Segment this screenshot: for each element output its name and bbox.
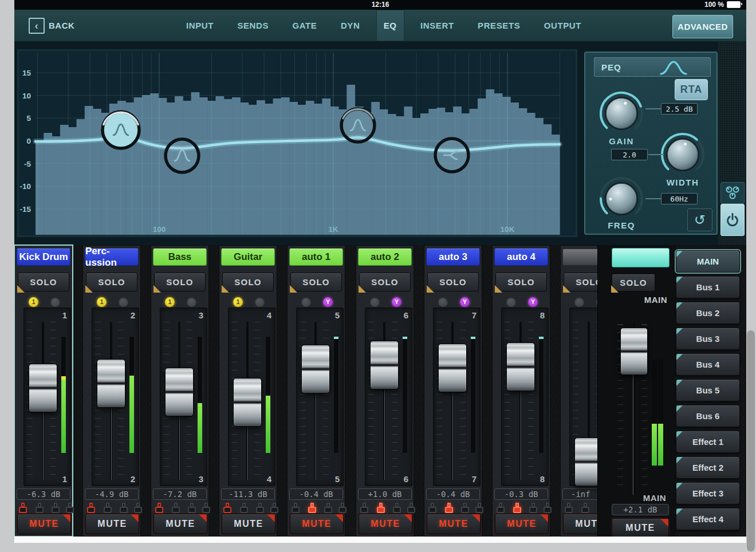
- bus-assign-indicator[interactable]: [240, 503, 248, 513]
- bus-assign-indicator[interactable]: [36, 503, 44, 513]
- main-solo-button[interactable]: SOLO: [612, 274, 655, 291]
- bus-button-bus-3[interactable]: Bus 3: [676, 328, 740, 350]
- solo-button[interactable]: SOLO: [154, 273, 206, 291]
- solo-button[interactable]: SOLO: [564, 273, 597, 291]
- eq-band-node-1[interactable]: [103, 112, 139, 148]
- width-value[interactable]: 2.0: [611, 149, 648, 160]
- bus-assign-indicator[interactable]: [461, 503, 469, 513]
- bus-assign-indicator[interactable]: [87, 503, 95, 513]
- eq-enable-button[interactable]: [720, 204, 745, 236]
- bus-assign-indicator[interactable]: [565, 503, 573, 513]
- main-mute-button[interactable]: MUTE: [612, 518, 669, 537]
- solo-button[interactable]: SOLO: [86, 273, 137, 291]
- fader-handle[interactable]: [97, 359, 125, 408]
- width-knob[interactable]: [659, 131, 707, 179]
- bus-assign-indicator[interactable]: [581, 503, 589, 513]
- bus-assign-indicator[interactable]: [66, 503, 74, 513]
- mute-button[interactable]: MUTE: [153, 514, 207, 534]
- channel-name-label[interactable]: Kick Drum: [17, 249, 70, 266]
- bus-assign-indicator[interactable]: [292, 503, 300, 513]
- mute-button[interactable]: MUTE: [290, 514, 344, 534]
- solo-button[interactable]: SOLO: [222, 273, 274, 291]
- bus-assign-indicator[interactable]: [377, 503, 385, 513]
- bus-assign-indicator[interactable]: [428, 503, 436, 513]
- bus-button-bus-4[interactable]: Bus 4: [676, 353, 740, 376]
- channel-name-label[interactable]: auto 2: [358, 249, 412, 266]
- fader-handle[interactable]: [370, 341, 399, 389]
- mute-button[interactable]: MUTE: [17, 514, 71, 534]
- bus-assign-indicator[interactable]: [324, 503, 332, 513]
- channel-name-label[interactable]: auto 4: [494, 249, 548, 266]
- bus-assign-indicator[interactable]: [393, 503, 401, 513]
- fader-handle[interactable]: [438, 344, 467, 392]
- bus-button-bus-1[interactable]: Bus 1: [676, 276, 740, 298]
- tab-sends[interactable]: SENDS: [230, 10, 276, 41]
- mute-button[interactable]: MUTE: [222, 514, 275, 534]
- bus-assign-indicator[interactable]: [445, 503, 453, 513]
- channel-name-label[interactable]: Perc- ussion: [85, 249, 139, 266]
- bus-assign-indicator[interactable]: [544, 503, 552, 513]
- eq-band-node-4[interactable]: [435, 139, 468, 172]
- bus-button-main[interactable]: MAIN: [676, 250, 740, 273]
- mute-button[interactable]: MUTE: [427, 514, 481, 534]
- rta-button[interactable]: RTA: [675, 79, 708, 100]
- band-reset-button[interactable]: ↺: [687, 208, 712, 231]
- bus-assign-indicator[interactable]: [513, 503, 521, 513]
- fader-handle[interactable]: [165, 368, 194, 416]
- solo-button[interactable]: SOLO: [290, 273, 342, 291]
- mute-button[interactable]: MUTE: [85, 514, 139, 534]
- bus-assign-indicator[interactable]: [202, 503, 210, 513]
- bus-assign-indicator[interactable]: [270, 503, 278, 513]
- fader-handle[interactable]: [29, 364, 57, 412]
- bus-assign-indicator[interactable]: [338, 503, 346, 513]
- gain-knob[interactable]: [597, 89, 645, 137]
- mute-button[interactable]: MUTE: [563, 514, 597, 534]
- solo-button[interactable]: SOLO: [495, 273, 547, 291]
- bus-button-effect-3[interactable]: Effect 3: [676, 482, 740, 504]
- tab-insert[interactable]: INSERT: [413, 10, 462, 41]
- bus-assign-indicator[interactable]: [475, 503, 483, 513]
- channel-name-label[interactable]: Bass: [153, 249, 207, 266]
- channel-name-label[interactable]: [562, 249, 597, 266]
- gain-value[interactable]: 2.5 dB: [661, 103, 698, 115]
- tab-gate[interactable]: GATE: [285, 10, 325, 41]
- bus-button-effect-1[interactable]: Effect 1: [676, 431, 740, 453]
- bus-assign-indicator[interactable]: [155, 503, 163, 513]
- mute-button[interactable]: MUTE: [495, 514, 549, 534]
- bus-assign-indicator[interactable]: [497, 503, 505, 513]
- bus-assign-indicator[interactable]: [188, 503, 196, 513]
- freq-value[interactable]: 60Hz: [661, 193, 698, 204]
- bus-button-bus-5[interactable]: Bus 5: [676, 379, 740, 401]
- bus-assign-indicator[interactable]: [134, 503, 142, 513]
- eq-band-node-2[interactable]: [166, 139, 199, 172]
- fader-handle[interactable]: [506, 342, 535, 391]
- bus-assign-indicator[interactable]: [223, 503, 231, 513]
- eq-band-node-3[interactable]: [341, 109, 375, 142]
- filter-type-selector[interactable]: PEQ: [594, 57, 711, 77]
- tab-input[interactable]: INPUT: [179, 10, 221, 41]
- bus-button-effect-4[interactable]: Effect 4: [676, 508, 740, 530]
- bus-assign-indicator[interactable]: [172, 503, 180, 513]
- bus-assign-indicator[interactable]: [120, 503, 128, 513]
- freq-knob[interactable]: [597, 175, 645, 223]
- fader-handle[interactable]: [233, 378, 262, 427]
- eq-graph[interactable]: 151050-5-10-151001K10K: [17, 49, 577, 237]
- bus-button-effect-2[interactable]: Effect 2: [676, 456, 740, 479]
- tab-presets[interactable]: PRESETS: [470, 10, 527, 41]
- bus-assign-indicator[interactable]: [360, 503, 368, 513]
- bus-assign-indicator[interactable]: [19, 503, 27, 513]
- main-scribble-strip[interactable]: [612, 248, 670, 267]
- bus-assign-indicator[interactable]: [256, 503, 264, 513]
- solo-button[interactable]: SOLO: [359, 273, 411, 291]
- bus-assign-indicator[interactable]: [52, 503, 60, 513]
- fader-handle[interactable]: [574, 437, 597, 486]
- knobs-view-button[interactable]: [720, 182, 745, 204]
- solo-button[interactable]: SOLO: [427, 273, 479, 291]
- back-button[interactable]: ‹ BACK: [29, 10, 74, 41]
- bus-assign-indicator[interactable]: [529, 503, 537, 513]
- bus-button-bus-6[interactable]: Bus 6: [676, 405, 740, 427]
- tab-output[interactable]: OUTPUT: [537, 10, 589, 41]
- bus-assign-indicator[interactable]: [308, 503, 316, 513]
- bus-assign-indicator[interactable]: [104, 503, 112, 513]
- tab-dyn[interactable]: DYN: [333, 10, 367, 41]
